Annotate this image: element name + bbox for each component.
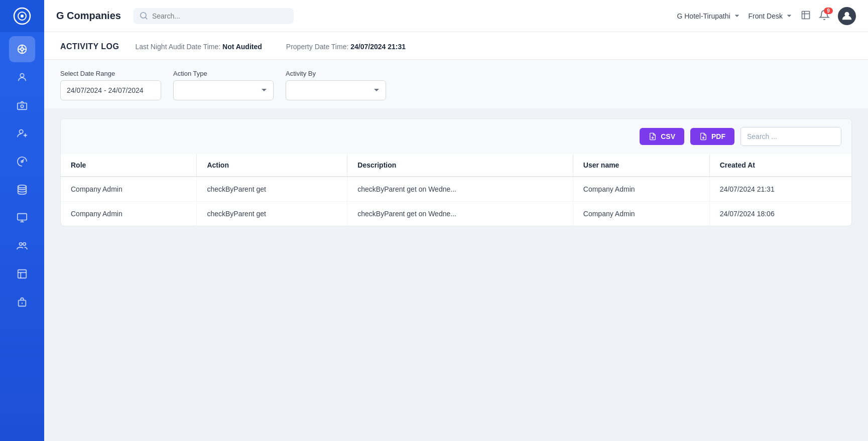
- cell-description: checkByParent get on Wedne...: [347, 177, 573, 202]
- topbar-title: G Companies: [56, 10, 121, 22]
- notification-badge: 9: [824, 8, 833, 14]
- luggage-icon: [17, 297, 28, 308]
- svg-rect-29: [802, 11, 810, 19]
- cell-role: Company Admin: [61, 202, 197, 226]
- hotel-chevron-icon: [733, 13, 740, 20]
- svg-point-11: [21, 105, 24, 108]
- action-type-label: Action Type: [173, 70, 274, 77]
- sidebar-item-speedometer[interactable]: [9, 149, 35, 175]
- cell-username: Company Admin: [573, 202, 709, 226]
- cell-role: Company Admin: [61, 177, 197, 202]
- main-content: G Companies G Hotel-Tirupathi Front Desk: [44, 0, 868, 441]
- col-created-at: Created At: [709, 154, 851, 177]
- expand-icon: [801, 10, 811, 20]
- activity-by-group: Activity By: [286, 70, 386, 100]
- pdf-icon: [699, 132, 707, 140]
- date-range-group: Select Date Range: [60, 70, 161, 100]
- table-row: Company Admin checkByParent get checkByP…: [61, 202, 851, 226]
- sidebar-item-camera[interactable]: [9, 92, 35, 118]
- csv-icon: [649, 132, 657, 140]
- activity-by-label: Activity By: [286, 70, 386, 77]
- app-logo-icon: [13, 7, 31, 25]
- page-header: ACTIVITY LOG Last Night Audit Date Time:…: [44, 32, 868, 60]
- sidebar-logo[interactable]: [0, 0, 44, 32]
- sidebar: [0, 0, 44, 441]
- cell-created-at: 24/07/2024 18:06: [709, 202, 851, 226]
- cell-action: checkByParent get: [197, 202, 347, 226]
- pdf-label: PDF: [711, 132, 725, 140]
- add-user-icon: [17, 128, 28, 139]
- svg-point-20: [20, 243, 23, 246]
- cell-username: Company Admin: [573, 177, 709, 202]
- desk-name: Front Desk: [749, 12, 783, 20]
- monitor-icon: [17, 212, 28, 223]
- topbar-search-container: [133, 8, 294, 24]
- sidebar-item-profile[interactable]: [9, 64, 35, 90]
- sidebar-item-database[interactable]: [9, 177, 35, 203]
- sidebar-item-dashboard[interactable]: [9, 36, 35, 62]
- topbar: G Companies G Hotel-Tirupathi Front Desk: [44, 0, 868, 32]
- svg-point-4: [21, 48, 24, 51]
- svg-rect-17: [18, 214, 27, 220]
- sidebar-item-monitor[interactable]: [9, 205, 35, 231]
- col-username: User name: [573, 154, 709, 177]
- col-action: Action: [197, 154, 347, 177]
- svg-point-9: [20, 74, 24, 77]
- col-role: Role: [61, 154, 197, 177]
- topbar-search-icon: [140, 12, 148, 20]
- table-search-container: [740, 127, 841, 146]
- cell-description: checkByParent get on Wedne...: [347, 202, 573, 226]
- svg-rect-22: [18, 270, 27, 278]
- notification-button[interactable]: 9: [819, 10, 830, 23]
- table-body: Company Admin checkByParent get checkByP…: [61, 177, 851, 226]
- page-title: ACTIVITY LOG: [60, 42, 119, 51]
- group-icon: [17, 240, 28, 251]
- gallery-icon: [17, 268, 28, 279]
- page-content: ACTIVITY LOG Last Night Audit Date Time:…: [44, 32, 868, 441]
- csv-export-button[interactable]: CSV: [640, 128, 684, 145]
- svg-point-21: [23, 243, 26, 246]
- dashboard-icon: [17, 44, 28, 55]
- date-range-label: Select Date Range: [60, 70, 161, 77]
- cell-action: checkByParent get: [197, 177, 347, 202]
- hotel-name: G Hotel-Tirupathi: [677, 12, 730, 20]
- pdf-export-button[interactable]: PDF: [690, 128, 734, 145]
- activity-log-table: Role Action Description User name Create…: [61, 154, 851, 226]
- sidebar-navigation: [0, 32, 44, 319]
- audit-info: Last Night Audit Date Time: Not Audited: [135, 43, 262, 51]
- table-header-row: Role Action Description User name Create…: [61, 154, 851, 177]
- hotel-selector[interactable]: G Hotel-Tirupathi: [677, 12, 740, 20]
- filters-bar: Select Date Range Action Type Activity B…: [44, 60, 868, 108]
- date-range-input[interactable]: [60, 80, 161, 100]
- col-description: Description: [347, 154, 573, 177]
- svg-point-2: [21, 15, 24, 18]
- property-value: 24/07/2024 21:31: [350, 43, 406, 51]
- svg-point-12: [20, 130, 23, 133]
- sidebar-item-gallery[interactable]: [9, 261, 35, 287]
- expand-button[interactable]: [801, 10, 811, 22]
- desk-selector[interactable]: Front Desk: [749, 12, 793, 20]
- cell-created-at: 24/07/2024 21:31: [709, 177, 851, 202]
- action-type-group: Action Type: [173, 70, 274, 100]
- table-row: Company Admin checkByParent get checkByP…: [61, 177, 851, 202]
- profile-icon: [17, 72, 28, 83]
- sidebar-item-group[interactable]: [9, 233, 35, 259]
- table-toolbar: CSV PDF: [61, 119, 851, 154]
- avatar[interactable]: [838, 7, 856, 25]
- action-type-select[interactable]: [173, 80, 274, 100]
- topbar-search-input[interactable]: [152, 12, 287, 20]
- activity-by-select[interactable]: [286, 80, 386, 100]
- svg-rect-10: [18, 103, 27, 109]
- property-info: Property Date Time: 24/07/2024 21:31: [286, 43, 406, 51]
- database-icon: [17, 184, 28, 195]
- sidebar-item-add-user[interactable]: [9, 120, 35, 146]
- table-search-input[interactable]: [747, 132, 835, 140]
- csv-label: CSV: [661, 132, 675, 140]
- audit-value: Not Audited: [222, 43, 262, 51]
- avatar-icon: [841, 11, 852, 22]
- table-header: Role Action Description User name Create…: [61, 154, 851, 177]
- activity-log-table-container: CSV PDF Role: [60, 118, 852, 226]
- svg-point-16: [18, 185, 27, 188]
- sidebar-item-luggage[interactable]: [9, 289, 35, 315]
- camera-icon: [17, 100, 28, 111]
